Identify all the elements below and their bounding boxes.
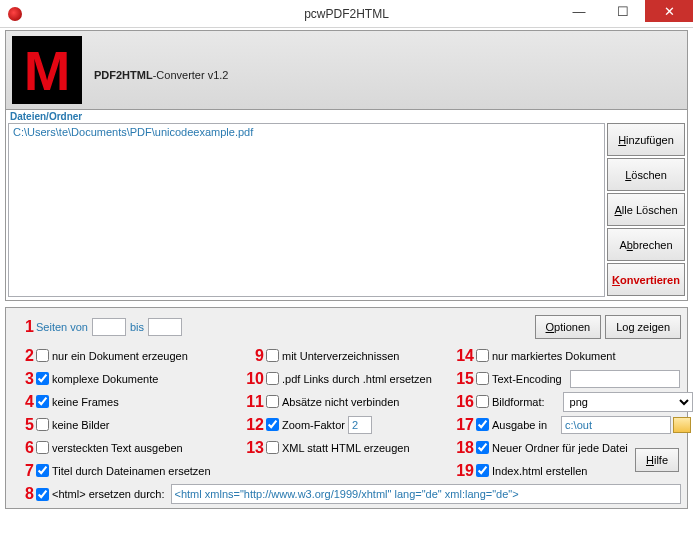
delete-button[interactable]: Löschen bbox=[607, 158, 685, 191]
cancel-button[interactable]: Abbrechen bbox=[607, 228, 685, 261]
marked-only-checkbox[interactable] bbox=[476, 349, 489, 362]
xml-checkbox[interactable] bbox=[266, 441, 279, 454]
no-para-join-checkbox[interactable] bbox=[266, 395, 279, 408]
close-button[interactable]: ✕ bbox=[645, 0, 693, 22]
minimize-button[interactable]: — bbox=[557, 0, 601, 22]
complex-checkbox[interactable] bbox=[36, 372, 49, 385]
hidden-text-checkbox[interactable] bbox=[36, 441, 49, 454]
html-replace-checkbox[interactable] bbox=[36, 488, 49, 501]
titlebar: pcwPDF2HTML — ☐ ✕ bbox=[0, 0, 693, 28]
pages-to-label: bis bbox=[130, 321, 144, 333]
newfolder-checkbox[interactable] bbox=[476, 441, 489, 454]
files-label: Dateien/Ordner bbox=[6, 110, 687, 123]
pdflinks-checkbox[interactable] bbox=[266, 372, 279, 385]
add-button[interactable]: Hinzufügen bbox=[607, 123, 685, 156]
encoding-checkbox[interactable] bbox=[476, 372, 489, 385]
output-checkbox[interactable] bbox=[476, 418, 489, 431]
maximize-button[interactable]: ☐ bbox=[601, 0, 645, 22]
help-button[interactable]: Hilfe bbox=[635, 448, 679, 472]
imgformat-select[interactable]: png bbox=[563, 392, 693, 412]
files-list[interactable]: C:\Users\te\Documents\PDF\unicodeexample… bbox=[8, 123, 605, 297]
zoom-input[interactable] bbox=[348, 416, 372, 434]
page-to-input[interactable] bbox=[148, 318, 182, 336]
opt-num: 1 bbox=[12, 318, 34, 336]
title-filename-checkbox[interactable] bbox=[36, 464, 49, 477]
page-from-input[interactable] bbox=[92, 318, 126, 336]
files-section: Dateien/Ordner C:\Users\te\Documents\PDF… bbox=[5, 110, 688, 301]
options-panel: 1 Seiten von bis Optionen Log zeigen 2nu… bbox=[5, 307, 688, 509]
pages-from-label: Seiten von bbox=[36, 321, 88, 333]
convert-button[interactable]: Konvertieren bbox=[607, 263, 685, 296]
html-replace-input[interactable] bbox=[171, 484, 681, 504]
imgformat-checkbox[interactable] bbox=[476, 395, 489, 408]
logo: M bbox=[12, 36, 82, 104]
encoding-input[interactable] bbox=[570, 370, 680, 388]
app-icon bbox=[8, 7, 22, 21]
delete-all-button[interactable]: Alle Löschen bbox=[607, 193, 685, 226]
app-title: PDF2HTML-Converter v1.2 bbox=[94, 54, 228, 86]
indexhtml-checkbox[interactable] bbox=[476, 464, 489, 477]
zoom-checkbox[interactable] bbox=[266, 418, 279, 431]
app-header: M PDF2HTML-Converter v1.2 bbox=[5, 30, 688, 110]
list-item[interactable]: C:\Users\te\Documents\PDF\unicodeexample… bbox=[13, 126, 600, 138]
show-log-button[interactable]: Log zeigen bbox=[605, 315, 681, 339]
single-doc-checkbox[interactable] bbox=[36, 349, 49, 362]
options-button[interactable]: Optionen bbox=[535, 315, 602, 339]
folder-icon[interactable] bbox=[673, 417, 691, 433]
noframes-checkbox[interactable] bbox=[36, 395, 49, 408]
subdirs-checkbox[interactable] bbox=[266, 349, 279, 362]
noimages-checkbox[interactable] bbox=[36, 418, 49, 431]
output-path-input[interactable] bbox=[561, 416, 671, 434]
window-title: pcwPDF2HTML bbox=[304, 7, 389, 21]
